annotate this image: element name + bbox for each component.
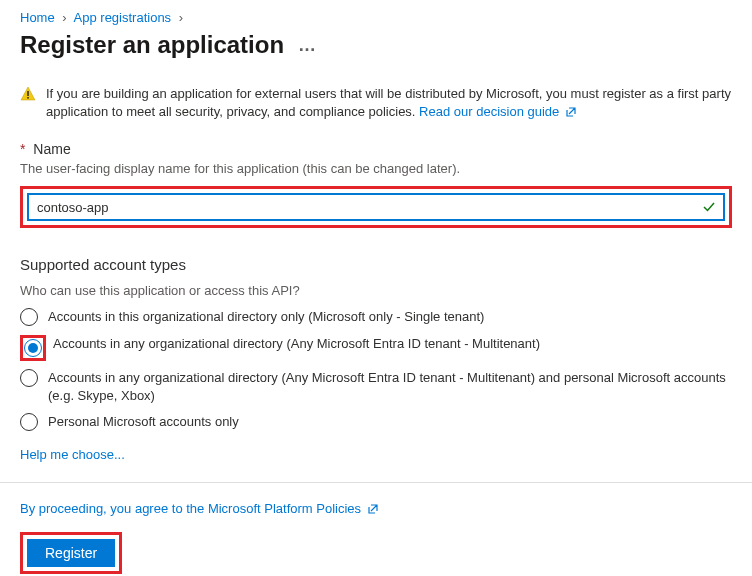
radio-multitenant[interactable]: Accounts in any organizational directory…	[20, 335, 732, 361]
radio-icon	[20, 308, 38, 326]
radio-multitenant-personal[interactable]: Accounts in any organizational directory…	[20, 369, 732, 405]
divider	[0, 482, 752, 483]
decision-guide-link[interactable]: Read our decision guide	[419, 104, 577, 119]
radio-label: Personal Microsoft accounts only	[48, 413, 239, 431]
radio-icon	[20, 413, 38, 431]
radio-single-tenant[interactable]: Accounts in this organizational director…	[20, 308, 732, 326]
name-input[interactable]	[35, 199, 695, 216]
warning-text-wrap: If you are building an application for e…	[46, 85, 732, 123]
radio-label: Accounts in this organizational director…	[48, 308, 484, 326]
page-title-text: Register an application	[20, 31, 284, 59]
breadcrumb-home[interactable]: Home	[20, 10, 55, 25]
name-label-text: Name	[33, 141, 70, 157]
name-label: * Name	[20, 141, 732, 157]
external-link-icon	[367, 503, 379, 518]
warning-text: If you are building an application for e…	[46, 86, 731, 119]
warning-icon	[20, 86, 36, 107]
help-me-choose-link[interactable]: Help me choose...	[20, 447, 125, 462]
name-help-text: The user-facing display name for this ap…	[20, 161, 732, 176]
breadcrumb: Home › App registrations ›	[20, 10, 732, 25]
more-icon[interactable]: …	[298, 36, 318, 54]
breadcrumb-app-registrations[interactable]: App registrations	[74, 10, 172, 25]
external-link-icon	[565, 105, 577, 123]
page-title: Register an application …	[20, 31, 732, 59]
account-types-question: Who can use this application or access t…	[20, 283, 732, 298]
radio-multitenant-highlight	[20, 335, 46, 361]
platform-policies-link[interactable]: By proceeding, you agree to the Microsof…	[20, 501, 379, 516]
decision-guide-link-text: Read our decision guide	[419, 104, 559, 119]
radio-icon-selected	[24, 339, 42, 357]
name-input-highlight	[20, 186, 732, 228]
account-types-heading: Supported account types	[20, 256, 732, 273]
register-button-highlight: Register	[20, 532, 122, 574]
register-button[interactable]: Register	[27, 539, 115, 567]
required-asterisk-icon: *	[20, 141, 25, 157]
radio-label: Accounts in any organizational directory…	[48, 369, 732, 405]
radio-label: Accounts in any organizational directory…	[53, 335, 540, 353]
svg-rect-1	[27, 97, 29, 99]
svg-rect-0	[27, 91, 29, 96]
name-input-wrap[interactable]	[27, 193, 725, 221]
check-icon	[701, 199, 717, 218]
chevron-right-icon: ›	[179, 10, 183, 25]
radio-personal-only[interactable]: Personal Microsoft accounts only	[20, 413, 732, 431]
warning-banner: If you are building an application for e…	[20, 85, 732, 123]
radio-icon	[20, 369, 38, 387]
chevron-right-icon: ›	[62, 10, 66, 25]
platform-policies-text: By proceeding, you agree to the Microsof…	[20, 501, 361, 516]
